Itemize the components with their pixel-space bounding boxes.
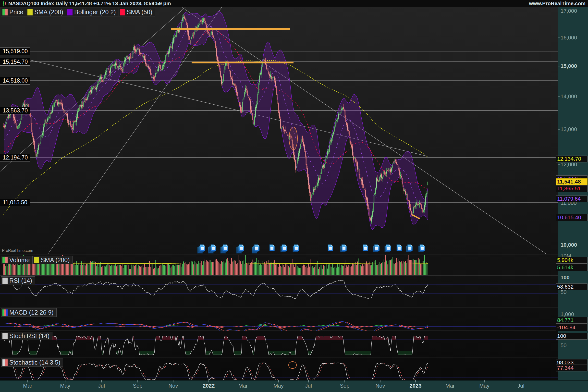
- price-swatch-icon: [2, 9, 8, 16]
- legend-label: Price: [9, 8, 23, 16]
- rsi-swatch-icon: [2, 278, 8, 284]
- price-axis[interactable]: [558, 7, 588, 380]
- legend-label: Stochastic (14 3 5): [9, 359, 60, 366]
- legend-item-volume[interactable]: Volume: [1, 256, 32, 264]
- price-level-label: 15,519.00: [0, 48, 30, 55]
- watermark: ProRealTime.com: [2, 248, 33, 253]
- volume-swatch-icon: [2, 257, 8, 264]
- legend-item-stochrsi[interactable]: Stoch RSI (14): [1, 332, 52, 340]
- prorealtime-window: NASDAQ100 Index Daily 11,541.48 +0.71% 1…: [0, 0, 588, 392]
- candlestick-icon: [2, 1, 7, 6]
- volume-legend: Volume SMA (200): [1, 256, 73, 264]
- price-level-label: 13,563.70: [0, 107, 30, 114]
- time-axis[interactable]: [0, 380, 588, 392]
- price-level-label: 12,194.70: [0, 154, 30, 162]
- legend-label: MACD (12 26 9): [9, 309, 54, 316]
- macd-swatch-icon: [2, 310, 8, 316]
- legend-item-sma50[interactable]: SMA (50): [119, 8, 155, 16]
- legend-label: Volume: [9, 256, 30, 264]
- legend-label: SMA (200): [41, 256, 70, 264]
- legend-item-rsi[interactable]: RSI (14): [1, 276, 35, 285]
- stochastic-legend: Stochastic (14 3 5): [1, 358, 63, 367]
- legend-item-macd[interactable]: MACD (12 26 9): [1, 308, 56, 316]
- price-level-label: 15,154.70: [0, 58, 30, 66]
- legend-item-sma200[interactable]: SMA (200): [26, 8, 66, 16]
- sma50-swatch-icon: [120, 9, 125, 16]
- stochastic-swatch-icon: [2, 360, 8, 366]
- title-bar: NASDAQ100 Index Daily 11,541.48 +0.71% 1…: [0, 0, 588, 7]
- legend-label: SMA (50): [127, 8, 152, 16]
- bollinger-swatch-icon: [68, 9, 72, 16]
- legend-item-bollinger[interactable]: Bollinger (20 2): [66, 8, 119, 16]
- legend-label: SMA (200): [34, 8, 63, 16]
- legend-item-stochastic[interactable]: Stochastic (14 3 5): [1, 358, 63, 366]
- legend-label: RSI (14): [9, 277, 32, 284]
- legend-label: Stoch RSI (14): [9, 332, 50, 340]
- price-level-label: 11,015.50: [0, 199, 30, 206]
- sma200-swatch-icon: [28, 9, 32, 16]
- price-level-label: 14,518.00: [0, 77, 30, 84]
- site-link[interactable]: www.ProRealTime.com: [529, 0, 586, 6]
- rsi-legend: RSI (14): [1, 276, 35, 285]
- stochrsi-legend: Stoch RSI (14): [1, 332, 52, 340]
- stochrsi-swatch-icon: [2, 333, 8, 339]
- chart-canvas[interactable]: [0, 0, 588, 392]
- chart-title: NASDAQ100 Index Daily 11,541.48 +0.71% 1…: [8, 0, 171, 6]
- legend-label: Bollinger (20 2): [74, 8, 116, 16]
- price-legend: Price SMA (200) Bollinger (20 2) SMA (50…: [1, 8, 155, 16]
- volume-sma-swatch-icon: [34, 257, 39, 264]
- legend-item-price[interactable]: Price: [1, 8, 26, 16]
- legend-item-volume-sma[interactable]: SMA (200): [32, 256, 72, 264]
- macd-legend: MACD (12 26 9): [1, 308, 56, 317]
